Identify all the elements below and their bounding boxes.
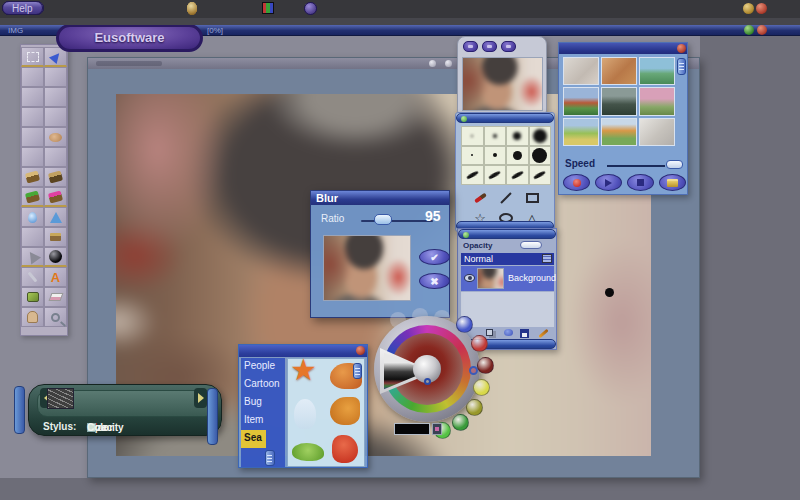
stamps-scrollbar[interactable]: [353, 363, 362, 379]
document-zoom-button[interactable]: [445, 60, 452, 67]
thumbnail-red-house[interactable]: [563, 87, 599, 115]
hard-brush-2[interactable]: [461, 146, 484, 166]
color-swatch-red[interactable]: [471, 335, 488, 352]
layer-pen-icon[interactable]: [538, 329, 548, 338]
brush-wide-tool[interactable]: [21, 167, 44, 187]
category-cartoon[interactable]: Cartoon: [241, 376, 285, 394]
stamp-sea-lion[interactable]: [330, 397, 360, 425]
stamp-jellyfish[interactable]: [294, 399, 316, 429]
eraser-tool[interactable]: [44, 287, 67, 307]
cancel-button[interactable]: ✖: [419, 273, 450, 289]
current-color-swatch[interactable]: [394, 423, 430, 435]
stop-button[interactable]: [627, 174, 654, 191]
hard-brush-9[interactable]: [506, 146, 529, 166]
color-swatch-dark-green[interactable]: [452, 414, 469, 431]
replay-scrollbar[interactable]: [677, 58, 686, 75]
texture-next-button[interactable]: [194, 388, 207, 408]
soft-brush-14[interactable]: [529, 126, 552, 146]
menu-help[interactable]: Help: [2, 1, 43, 15]
hand-tool[interactable]: [21, 307, 44, 327]
stroke-brush-1[interactable]: [461, 165, 484, 185]
close-button[interactable]: [756, 3, 767, 14]
speed-slider-handle[interactable]: [666, 160, 683, 169]
layer-row-background[interactable]: Background: [461, 266, 554, 291]
thumbnail-green-hills[interactable]: [563, 118, 599, 146]
text-tool[interactable]: A: [44, 267, 67, 287]
fountain-pen-tool[interactable]: [21, 107, 44, 127]
soft-brush-8[interactable]: [506, 126, 529, 146]
thumbnail-sunset-road[interactable]: [639, 87, 675, 115]
play-button[interactable]: [595, 174, 622, 191]
ok-button[interactable]: ✔: [419, 249, 450, 265]
thumbnail-mountain[interactable]: [601, 87, 637, 115]
airbrush-tool[interactable]: [21, 247, 44, 267]
document-minimize-button[interactable]: [429, 60, 436, 67]
layers-title-bar[interactable]: [458, 229, 556, 239]
magic-wand-tool[interactable]: [21, 227, 44, 247]
stroke-brush-3[interactable]: [506, 165, 529, 185]
speed-slider-track[interactable]: [607, 165, 665, 167]
tape-tool[interactable]: [21, 287, 44, 307]
crayon-blue-tool[interactable]: [21, 147, 44, 167]
shape-brush-button[interactable]: [467, 188, 493, 208]
category-people[interactable]: People: [241, 358, 285, 376]
paintbrush-red-tool[interactable]: [21, 127, 44, 147]
ratio-slider-handle[interactable]: [374, 214, 392, 225]
minimize-button[interactable]: [743, 3, 754, 14]
magnifier-tool[interactable]: [44, 307, 67, 327]
thumbnail-autumn-path[interactable]: [601, 118, 637, 146]
thumbnail-girl-portrait[interactable]: [601, 57, 637, 85]
thumbnail-flower-sketch[interactable]: [563, 57, 599, 85]
brush-pink-tool[interactable]: [44, 187, 67, 207]
hard-brush-4[interactable]: [484, 146, 507, 166]
stamp-tool[interactable]: [44, 227, 67, 247]
replay-title-bar[interactable]: [559, 43, 687, 54]
brush-green-tool[interactable]: [21, 187, 44, 207]
knife-tool[interactable]: [21, 67, 44, 87]
open-button[interactable]: [659, 174, 686, 191]
color-swatch-dark-red[interactable]: [477, 357, 494, 374]
rect-select-tool[interactable]: [21, 47, 44, 67]
crayon-gray-tool[interactable]: [44, 147, 67, 167]
layer-brush-icon[interactable]: [504, 329, 513, 336]
color-swatch-blue[interactable]: [456, 316, 473, 333]
preview-button-1[interactable]: [463, 41, 478, 52]
category-scrollbar[interactable]: [265, 450, 275, 466]
stamps-close-button[interactable]: [356, 346, 365, 355]
opacity-slider-handle[interactable]: [520, 241, 542, 249]
pen-tool[interactable]: [21, 87, 44, 107]
soft-brush-2[interactable]: [461, 126, 484, 146]
category-bug[interactable]: Bug: [241, 394, 285, 412]
stylus-right-handle[interactable]: [207, 388, 218, 445]
replay-close-button[interactable]: [677, 44, 686, 53]
stamp-crab[interactable]: [292, 443, 324, 461]
cone-tool[interactable]: [44, 207, 67, 227]
stamp-starfish[interactable]: ★: [290, 355, 317, 385]
purple-button-2[interactable]: [304, 2, 317, 15]
thumbnail-face-sketch[interactable]: [639, 118, 675, 146]
rgb-bars-icon[interactable]: [262, 2, 274, 14]
category-sea[interactable]: Sea: [241, 430, 266, 448]
preview-button-2[interactable]: [482, 41, 497, 52]
ratio-slider-track[interactable]: [361, 220, 433, 222]
blur-dialog-title[interactable]: Blur: [311, 191, 449, 205]
soft-brush-4[interactable]: [484, 126, 507, 146]
color-swatch-button[interactable]: [432, 423, 442, 435]
save-icon[interactable]: [520, 329, 529, 338]
shape-rectangle-button[interactable]: [519, 188, 545, 208]
stylus-left-handle[interactable]: [14, 386, 25, 434]
water-drop-tool[interactable]: [21, 207, 44, 227]
category-item[interactable]: Item: [241, 412, 285, 430]
craft-knife-tool[interactable]: [44, 67, 67, 87]
window-close-button[interactable]: [757, 25, 767, 35]
stroke-brush-4[interactable]: [529, 165, 552, 185]
preview-window[interactable]: [457, 36, 547, 114]
preview-button-3[interactable]: [501, 41, 516, 52]
window-zoom-button[interactable]: [744, 25, 754, 35]
palette-tool[interactable]: [44, 127, 67, 147]
texture-scratch[interactable]: [47, 388, 74, 409]
sphere-tool[interactable]: [44, 247, 67, 267]
hard-brush-15[interactable]: [529, 146, 552, 166]
brush-flat-tool[interactable]: [44, 167, 67, 187]
color-swatch-olive[interactable]: [466, 399, 483, 416]
